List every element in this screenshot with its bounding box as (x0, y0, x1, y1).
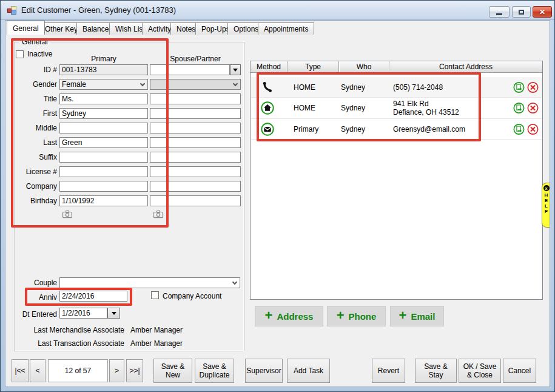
delete-icon[interactable] (527, 81, 539, 93)
add-email-button[interactable]: + Email (390, 306, 444, 326)
delete-icon[interactable] (527, 123, 539, 135)
anniv-input[interactable] (59, 291, 127, 302)
last-transaction-associate-label: Last Transaction Associate (5, 339, 124, 348)
contact-address: Greensyd@email.com (393, 125, 465, 133)
header-who[interactable]: Who (339, 61, 389, 72)
add-phone-label: Phone (349, 311, 377, 322)
company-account-checkbox[interactable] (151, 291, 159, 299)
close-button[interactable]: ✕ (533, 6, 552, 18)
edit-record-icon[interactable] (513, 123, 525, 135)
inactive-label: Inactive (27, 50, 52, 58)
supervisor-label: Supervisor (246, 367, 281, 375)
minimize-button[interactable] (489, 6, 510, 18)
save-duplicate-label-1: Save & (203, 362, 226, 371)
company-account-label: Company Account (163, 292, 221, 300)
add-task-button[interactable]: Add Task (287, 359, 330, 383)
header-contact-address[interactable]: Contact Address (389, 61, 542, 72)
nav-first-button[interactable]: |<< (12, 359, 29, 382)
save-duplicate-label-2: Duplicate (199, 371, 229, 379)
contact-row-address[interactable]: HOME Sydney 941 Elk RdDefiance, OH 43512 (251, 98, 542, 119)
add-phone-button[interactable]: + Phone (327, 306, 386, 326)
license-spouse-input[interactable] (150, 166, 241, 177)
save-duplicate-button[interactable]: Save & Duplicate (195, 359, 234, 383)
title-label: Title (5, 93, 57, 104)
first-primary-input[interactable] (59, 108, 148, 119)
title-primary-input[interactable] (59, 93, 148, 104)
maximize-button[interactable] (512, 6, 531, 18)
plus-icon: + (337, 309, 345, 322)
contact-table-header: Method Type Who Contact Address (251, 61, 542, 73)
supervisor-button[interactable]: Supervisor (245, 359, 283, 383)
edit-record-icon[interactable] (513, 81, 525, 93)
middle-spouse-input[interactable] (150, 123, 241, 133)
help-icon: x (543, 185, 550, 191)
tab-general[interactable]: General (7, 21, 45, 35)
birthday-label: Birthday (5, 195, 57, 206)
id-spouse-input[interactable] (150, 64, 230, 75)
last-merchandise-associate-label: Last Merchandise Associate (5, 326, 124, 334)
nav-first-label: |<< (15, 367, 25, 375)
company-spouse-input[interactable] (150, 181, 241, 192)
gender-primary-combo[interactable]: Female (59, 79, 148, 90)
plus-icon: + (399, 309, 407, 322)
title-bar: Edit Customer - Green, Sydney (001-13783… (1, 1, 554, 20)
id-spouse-dropdown-button[interactable] (230, 64, 241, 75)
window-title: Edit Customer - Green, Sydney (001-13783… (21, 5, 176, 15)
company-label: Company (5, 181, 57, 192)
delete-icon[interactable] (527, 103, 539, 114)
last-primary-input[interactable] (59, 137, 148, 148)
ok-save-close-button[interactable]: OK / Save & Close (459, 359, 501, 383)
contact-row-email[interactable]: Primary Sydney Greensyd@email.com (251, 119, 542, 140)
dt-entered-dropdown-button[interactable] (107, 308, 120, 319)
company-primary-input[interactable] (59, 181, 148, 192)
revert-label: Revert (378, 367, 399, 375)
help-letter: P (545, 209, 548, 214)
last-spouse-input[interactable] (150, 137, 241, 148)
help-tab[interactable]: x H E L P (542, 183, 550, 228)
middle-primary-input[interactable] (59, 123, 148, 133)
middle-label: Middle (5, 123, 57, 133)
cancel-button[interactable]: Cancel (503, 359, 536, 383)
contact-type: HOME (294, 83, 315, 92)
cancel-label: Cancel (508, 367, 531, 375)
minimize-icon (496, 13, 502, 15)
email-icon (261, 123, 274, 136)
save-new-button[interactable]: Save & New (153, 359, 192, 383)
contact-row-phone[interactable]: HOME Sydney (505) 714-2048 (251, 77, 542, 98)
tab-strip: General Other Keys Balances Wish List Ac… (5, 21, 550, 35)
ok-save-close-label-1: OK / Save (463, 362, 497, 371)
last-label: Last (5, 137, 57, 148)
nav-next-button[interactable]: > (109, 359, 124, 382)
header-type[interactable]: Type (288, 61, 339, 72)
app-icon (7, 6, 17, 15)
suffix-label: Suffix (5, 152, 57, 163)
nav-last-button[interactable]: >>| (126, 359, 143, 382)
add-address-button[interactable]: + Address (255, 306, 323, 326)
title-spouse-input[interactable] (150, 93, 241, 104)
suffix-spouse-input[interactable] (150, 152, 241, 163)
id-primary-input[interactable] (59, 64, 148, 75)
dt-entered-input[interactable] (59, 308, 107, 319)
contact-who: Sydney (341, 125, 365, 133)
inactive-checkbox[interactable] (16, 50, 24, 58)
header-method[interactable]: Method (251, 61, 288, 72)
tab-appointments[interactable]: Appointments (258, 22, 314, 35)
camera-icon[interactable] (153, 210, 164, 218)
close-icon: ✕ (539, 8, 545, 16)
birthday-primary-input[interactable] (59, 195, 148, 206)
first-label: First (5, 108, 57, 119)
save-stay-button[interactable]: Save & Stay (415, 359, 457, 383)
contact-address: (505) 714-2048 (393, 83, 443, 92)
primary-column-header: Primary (59, 55, 148, 63)
suffix-primary-input[interactable] (59, 152, 148, 163)
contact-table: Method Type Who Contact Address HOME Syd… (250, 61, 543, 300)
client-area: General Other Keys Balances Wish List Ac… (5, 20, 550, 387)
license-primary-input[interactable] (59, 166, 148, 177)
birthday-spouse-input[interactable] (150, 195, 241, 206)
camera-icon[interactable] (62, 210, 73, 218)
couple-combo[interactable] (59, 277, 240, 288)
revert-button[interactable]: Revert (372, 359, 405, 383)
edit-record-icon[interactable] (513, 103, 525, 114)
nav-prev-button[interactable]: < (30, 359, 45, 382)
first-spouse-input[interactable] (150, 108, 241, 119)
